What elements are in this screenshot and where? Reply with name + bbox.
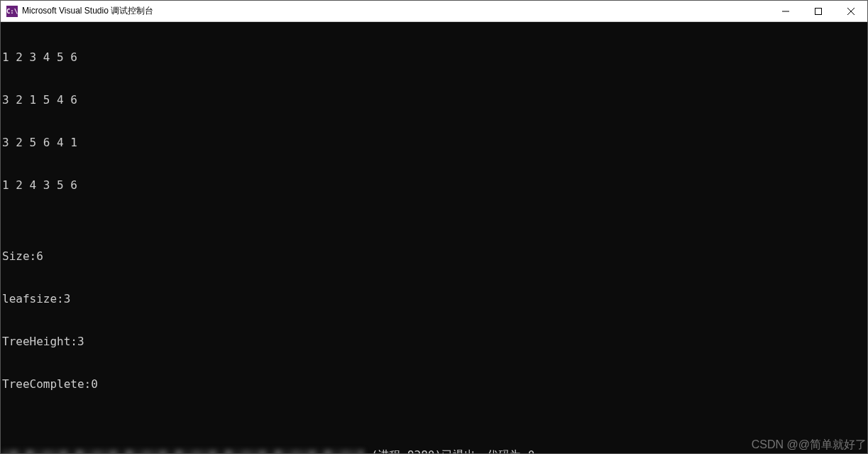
redacted-path bbox=[2, 450, 364, 454]
titlebar[interactable]: C:\ Microsoft Visual Studio 调试控制台 bbox=[1, 1, 867, 22]
output-line: TreeHeight:3 bbox=[2, 335, 866, 349]
output-line: 3 2 1 5 4 6 bbox=[2, 93, 866, 107]
window-controls bbox=[769, 1, 867, 21]
svg-rect-1 bbox=[815, 8, 822, 14]
window-title: Microsoft Visual Studio 调试控制台 bbox=[22, 5, 769, 17]
maximize-button[interactable] bbox=[802, 1, 835, 21]
output-line: TreeComplete:0 bbox=[2, 377, 866, 391]
console-output[interactable]: 1 2 3 4 5 6 3 2 1 5 4 6 3 2 5 6 4 1 1 2 … bbox=[1, 22, 867, 453]
output-line: Size:6 bbox=[2, 249, 866, 264]
console-window: C:\ Microsoft Visual Studio 调试控制台 1 2 3 … bbox=[0, 0, 868, 454]
output-line: leafsize:3 bbox=[2, 292, 866, 306]
output-line: 3 2 5 6 4 1 bbox=[2, 136, 866, 150]
output-line: 1 2 3 4 5 6 bbox=[2, 50, 866, 65]
app-icon: C:\ bbox=[6, 6, 18, 17]
exit-line: (进程 9280)已退出，代码为 0。 bbox=[2, 448, 866, 453]
output-line: 1 2 4 3 5 6 bbox=[2, 178, 866, 193]
minimize-button[interactable] bbox=[769, 1, 802, 21]
close-button[interactable] bbox=[835, 1, 867, 21]
exit-text: (进程 9280)已退出，代码为 0。 bbox=[364, 448, 546, 453]
